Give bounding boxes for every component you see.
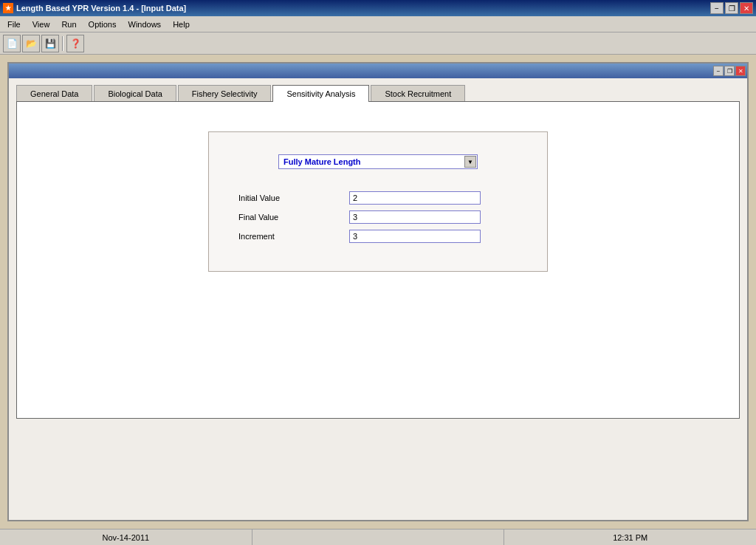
menu-file[interactable]: File <box>1 16 27 32</box>
title-bar: ★ Length Based YPR Version 1.4 - [Input … <box>0 0 756 16</box>
new-button[interactable]: 📄 <box>3 35 21 52</box>
help-button[interactable]: ❓ <box>66 35 84 52</box>
status-date: Nov-14-2011 <box>0 529 252 545</box>
menu-bar: File View Run Options Windows Help <box>0 16 756 32</box>
tab-stock-recruitment[interactable]: Stock Recruitment <box>371 85 465 102</box>
title-bar-text: Length Based YPR Version 1.4 - [Input Da… <box>16 4 186 13</box>
tab-general-data[interactable]: General Data <box>16 85 92 102</box>
restore-button[interactable]: ❐ <box>725 2 738 14</box>
form-panel: Fully Mature Length Initial Mature Lengt… <box>208 131 548 272</box>
final-value-row: Final Value <box>238 210 518 224</box>
initial-value-row: Initial Value <box>238 191 518 205</box>
status-time: 12:31 PM <box>504 529 756 545</box>
save-button[interactable]: 💾 <box>41 35 59 52</box>
inner-window: − ❐ ✕ General Data Biological Data Fishe… <box>7 62 749 521</box>
inner-close-button[interactable]: ✕ <box>735 66 746 76</box>
increment-input[interactable] <box>349 230 481 243</box>
toolbar: 📄 📂 💾 ❓ <box>0 32 756 55</box>
increment-row: Increment <box>238 230 518 243</box>
inner-restore-button[interactable]: ❐ <box>724 66 735 76</box>
tab-sensitivity-analysis[interactable]: Sensitivity Analysis <box>272 85 369 102</box>
mature-length-dropdown[interactable]: Fully Mature Length Initial Mature Lengt… <box>278 154 478 169</box>
menu-windows[interactable]: Windows <box>123 16 168 32</box>
status-middle <box>252 529 505 545</box>
close-button[interactable]: ✕ <box>740 2 753 14</box>
inner-minimize-button[interactable]: − <box>713 66 724 76</box>
tab-biological-data[interactable]: Biological Data <box>94 85 176 102</box>
app-icon: ★ <box>3 3 13 13</box>
initial-value-input[interactable] <box>349 191 481 205</box>
status-bar: Nov-14-2011 12:31 PM <box>0 529 756 545</box>
final-value-label: Final Value <box>238 213 349 222</box>
mdi-area: − ❐ ✕ General Data Biological Data Fishe… <box>0 55 756 529</box>
tab-content: Fully Mature Length Initial Mature Lengt… <box>16 101 740 419</box>
tabs-area: General Data Biological Data Fishery Sel… <box>9 78 747 101</box>
title-bar-buttons: − ❐ ✕ <box>710 2 753 14</box>
menu-view[interactable]: View <box>27 16 56 32</box>
dropdown-container: Fully Mature Length Initial Mature Lengt… <box>278 154 478 169</box>
inner-title-bar: − ❐ ✕ <box>9 64 747 78</box>
dropdown-row: Fully Mature Length Initial Mature Lengt… <box>238 154 518 169</box>
menu-options[interactable]: Options <box>83 16 123 32</box>
increment-label: Increment <box>238 232 349 241</box>
title-bar-left: ★ Length Based YPR Version 1.4 - [Input … <box>3 3 186 13</box>
final-value-input[interactable] <box>349 210 481 224</box>
tab-fishery-selectivity[interactable]: Fishery Selectivity <box>178 85 272 102</box>
open-button[interactable]: 📂 <box>22 35 40 52</box>
menu-run[interactable]: Run <box>55 16 82 32</box>
toolbar-separator <box>62 36 63 51</box>
menu-help[interactable]: Help <box>167 16 196 32</box>
minimize-button[interactable]: − <box>710 2 724 14</box>
initial-value-label: Initial Value <box>238 193 349 202</box>
